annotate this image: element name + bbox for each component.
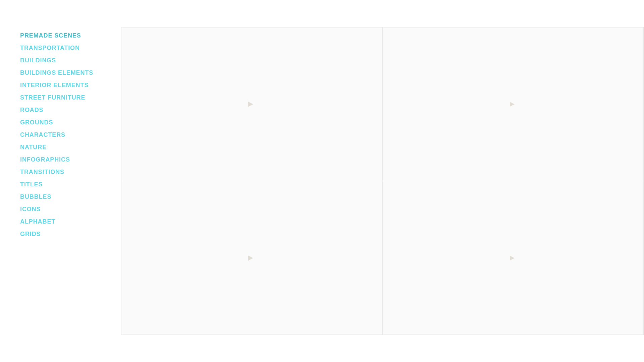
sidebar-item-grounds[interactable]: GROUNDS (20, 117, 114, 128)
sidebar-item-icons[interactable]: ICONS (20, 204, 114, 215)
sidebar-item-titles[interactable]: TITLES (20, 179, 114, 190)
sidebar-item-buildings[interactable]: BUILDINGS (20, 55, 114, 66)
sidebar-item-roads[interactable]: ROADS (20, 105, 114, 116)
sidebar-item-transitions[interactable]: TRANSITIONS (20, 167, 114, 178)
play-icon-4 (510, 256, 517, 260)
sidebar-item-alphabet[interactable]: ALPHABET (20, 216, 114, 227)
grid-cell-4[interactable] (382, 181, 644, 335)
sidebar-item-grids[interactable]: GRIDS (20, 229, 114, 240)
sidebar-item-interior-elements[interactable]: INTERIOR ELEMENTS (20, 80, 114, 91)
grid-cell-3[interactable] (121, 181, 382, 335)
play-icon-3 (248, 255, 256, 261)
play-icon-2 (510, 102, 517, 107)
sidebar-item-buildings-elements[interactable]: BUILDINGS ELEMENTS (20, 67, 114, 78)
main-grid (121, 27, 644, 335)
grid-cell-1[interactable] (121, 27, 382, 181)
sidebar-item-characters[interactable]: CHARACTERS (20, 129, 114, 140)
grid-cell-2[interactable] (382, 27, 644, 181)
sidebar-item-premade-scenes[interactable]: PREMADE SCENES (20, 30, 114, 41)
sidebar-item-infographics[interactable]: INFOGRAPHICS (20, 154, 114, 165)
sidebar: PREMADE SCENESTRANSPORTATIONBUILDINGSBUI… (20, 27, 114, 335)
sidebar-item-nature[interactable]: NATURE (20, 142, 114, 153)
play-icon-1 (248, 102, 256, 107)
sidebar-item-street-furniture[interactable]: STREET FURNITURE (20, 92, 114, 103)
app-layout: PREMADE SCENESTRANSPORTATIONBUILDINGSBUI… (0, 0, 644, 362)
sidebar-item-bubbles[interactable]: BUBBLES (20, 191, 114, 202)
sidebar-item-transportation[interactable]: TRANSPORTATION (20, 43, 114, 54)
